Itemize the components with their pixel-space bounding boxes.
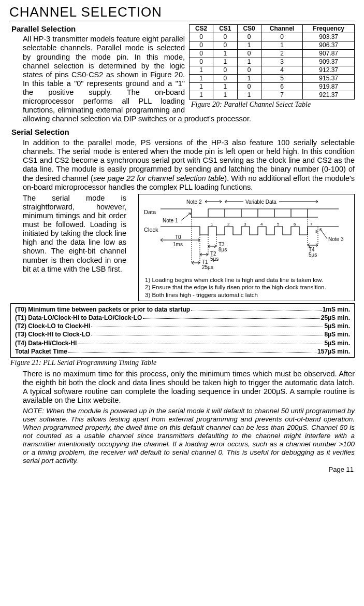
- data-label: Data: [144, 209, 156, 215]
- page-title: CHANNEL SELECTION: [9, 4, 355, 21]
- table-row: 0000903.37: [190, 33, 355, 41]
- cell: 0: [213, 33, 237, 41]
- t0-label: T0: [175, 234, 181, 240]
- cell: 3: [261, 58, 303, 66]
- t3-row-label: (T3) Clock-HI to Clock-LO: [15, 330, 90, 339]
- cell: 915.37: [303, 74, 355, 82]
- timing-svg: Data Note 2 Variable Data Note 1 Clock 1…: [142, 196, 351, 274]
- serial-p1-italic: see page 22 for channel selection table: [93, 174, 224, 182]
- t3-row-val: 8µS min.: [324, 330, 350, 339]
- cell: 903.37: [303, 33, 355, 41]
- table-row: 1015915.37: [190, 74, 355, 82]
- timing-note-3: 3) Both lines high - triggers automatic …: [145, 291, 351, 299]
- clock-label: Clock: [144, 227, 158, 233]
- cell: 1: [237, 91, 261, 99]
- note3-label: Note 3: [328, 236, 344, 242]
- t2-row-val: 5µS min.: [324, 322, 350, 330]
- t4-value: 5µs: [309, 252, 317, 258]
- total-row-val: 157µS min.: [317, 347, 350, 356]
- th-cs1: CS1: [213, 24, 237, 33]
- cell: 909.37: [303, 58, 355, 66]
- svg-text:7: 7: [310, 222, 313, 227]
- cell: 1: [190, 82, 213, 91]
- cell: 7: [261, 91, 303, 99]
- t0-row-label: (T0) Minimum time between packets or pri…: [15, 305, 190, 314]
- timing-diagram: Data Note 2 Variable Data Note 1 Clock 1…: [138, 194, 355, 301]
- note1-label: Note 1: [163, 218, 178, 223]
- cell: 0: [213, 74, 237, 82]
- cell: 0: [190, 33, 213, 41]
- table-row: 1004912.37: [190, 66, 355, 74]
- svg-text:2: 2: [227, 222, 230, 227]
- t1-row-val: 25µS min.: [321, 314, 350, 322]
- t0-value: 1ms: [173, 242, 183, 247]
- cell: 0: [237, 66, 261, 74]
- table-row: 1117921.37: [190, 91, 355, 99]
- cell: 912.37: [303, 66, 355, 74]
- timing-values-box: (T0) Minimum time between packets or pri…: [10, 303, 355, 358]
- table-row: 0113909.37: [190, 58, 355, 66]
- cell: 1: [237, 41, 261, 49]
- timing-note-1: 1) Loading begins when clock line is hig…: [145, 276, 351, 284]
- th-frequency: Frequency: [303, 24, 355, 33]
- cell: 921.37: [303, 91, 355, 99]
- svg-text:3: 3: [244, 222, 246, 227]
- th-channel: Channel: [261, 24, 303, 33]
- cell: 0: [213, 66, 237, 74]
- t0-row-val: 1mS min.: [323, 305, 350, 314]
- cell: 1: [213, 58, 237, 66]
- t3-value: 8µs: [219, 247, 227, 252]
- cell: 1: [213, 91, 237, 99]
- cell: 0: [237, 82, 261, 91]
- svg-text:6: 6: [294, 222, 296, 227]
- t2-row-label: (T2) Clock-LO to Clock-HI: [15, 322, 90, 330]
- svg-text:4: 4: [260, 222, 263, 227]
- cell: 1: [237, 74, 261, 82]
- cell: 0: [237, 49, 261, 58]
- cell: 1: [261, 41, 303, 49]
- table-row: 1106919.87: [190, 82, 355, 91]
- svg-text:1: 1: [211, 222, 213, 227]
- note2-label: Note 2: [186, 199, 202, 205]
- svg-text:5: 5: [277, 222, 280, 227]
- cell: 907.87: [303, 49, 355, 58]
- cell: 6: [261, 82, 303, 91]
- figure-21-caption: Figure 21: PLL Serial Programming Timing…: [10, 359, 355, 368]
- t4-row-val: 5µS min.: [324, 339, 350, 347]
- cell: 1: [190, 66, 213, 74]
- page-number: Page 11: [9, 466, 355, 473]
- cell: 0: [190, 41, 213, 49]
- cell: 0: [190, 58, 213, 66]
- channel-select-table: CS2 CS1 CS0 Channel Frequency 0000903.37…: [189, 24, 355, 100]
- serial-p2: The serial mode is straightforward, howe…: [23, 194, 126, 274]
- t2-value: 5µs: [210, 256, 219, 262]
- figure-20-caption: Figure 20: Parallel Channel Select Table: [191, 101, 355, 109]
- cell: 1: [190, 91, 213, 99]
- svg-text:8: 8: [315, 229, 318, 234]
- vardata-label: Variable Data: [245, 199, 276, 205]
- table-row: 0011906.37: [190, 41, 355, 49]
- t1-value: 25µs: [202, 264, 213, 270]
- th-cs0: CS0: [237, 24, 261, 33]
- cell: 0: [237, 33, 261, 41]
- serial-p1: In addition to the parallel mode, PS ver…: [23, 138, 355, 192]
- cell: 0: [213, 41, 237, 49]
- serial-heading: Serial Selection: [11, 128, 355, 137]
- th-cs2: CS2: [190, 24, 213, 33]
- cell: 1: [213, 49, 237, 58]
- note-paragraph: NOTE: When the module is powered up in t…: [23, 407, 355, 464]
- table-row: 0102907.87: [190, 49, 355, 58]
- cell: 1: [190, 74, 213, 82]
- t1-row-label: (T1) Data-LO/Clock-HI to Data-LO/Clock-L…: [15, 314, 142, 322]
- cell: 4: [261, 66, 303, 74]
- timing-note-2: 2) Ensure that the edge is fully risen p…: [145, 284, 351, 291]
- post-timing-paragraph: There is no maximum time for this proces…: [23, 370, 355, 405]
- parallel-table-figure: CS2 CS1 CS0 Channel Frequency 0000903.37…: [189, 24, 355, 109]
- cell: 5: [261, 74, 303, 82]
- cell: 919.87: [303, 82, 355, 91]
- total-row-label: Total Packet Time: [15, 347, 67, 356]
- cell: 0: [190, 49, 213, 58]
- cell: 906.37: [303, 41, 355, 49]
- cell: 2: [261, 49, 303, 58]
- cell: 1: [237, 58, 261, 66]
